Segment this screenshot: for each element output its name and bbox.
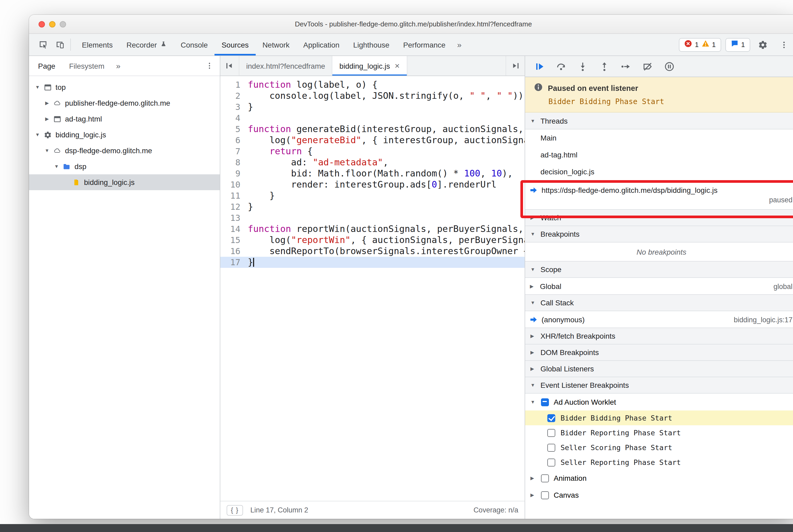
elb-event-bidder-reporting-phase-start[interactable]: Bidder Reporting Phase Start bbox=[525, 425, 793, 440]
tree-item-ad-tag-html[interactable]: ▶ad-tag.html bbox=[29, 111, 220, 127]
code-line[interactable]: 7 return { bbox=[220, 146, 525, 157]
code-line[interactable]: 14function reportWin(auctionSignals, per… bbox=[220, 224, 525, 234]
line-number[interactable]: 14 bbox=[220, 224, 248, 234]
code-line[interactable]: 4 bbox=[220, 113, 525, 124]
line-number[interactable]: 1 bbox=[220, 79, 248, 90]
tree-item-dsp-fledge-demo-glitch-me[interactable]: ▼dsp-fledge-demo.glitch.me bbox=[29, 142, 220, 158]
close-window-button[interactable] bbox=[39, 21, 45, 27]
chevron-down-icon[interactable]: ▼ bbox=[52, 164, 61, 169]
line-number[interactable]: 2 bbox=[220, 90, 248, 101]
code-line[interactable]: 16 sendReportTo(browserSignals.interestG… bbox=[220, 246, 525, 257]
inspect-element-icon[interactable] bbox=[34, 34, 51, 55]
step-icon[interactable] bbox=[620, 60, 632, 72]
line-number[interactable]: 3 bbox=[220, 101, 248, 113]
line-number[interactable]: 15 bbox=[220, 234, 248, 246]
tab-performance[interactable]: Performance bbox=[396, 34, 452, 55]
tree-item-publisher-fledge-demo-glitch-me[interactable]: ▶publisher-fledge-demo.glitch.me bbox=[29, 95, 220, 111]
step-over-icon[interactable] bbox=[555, 60, 567, 72]
line-number[interactable]: 11 bbox=[220, 190, 248, 201]
scope-row-global[interactable]: ▶Globalglobal bbox=[525, 278, 793, 295]
resume-script-icon[interactable] bbox=[534, 60, 545, 72]
pause-on-exceptions-icon[interactable] bbox=[664, 60, 675, 72]
line-number[interactable]: 17 bbox=[220, 257, 248, 268]
tab-network[interactable]: Network bbox=[256, 34, 296, 55]
kebab-menu-icon[interactable] bbox=[776, 40, 792, 50]
chevron-down-icon[interactable]: ▼ bbox=[33, 132, 42, 137]
code-line[interactable]: 5function generateBid(interestGroup, auc… bbox=[220, 124, 525, 135]
code-line[interactable]: 12} bbox=[220, 201, 525, 212]
code-line[interactable]: 17} bbox=[220, 257, 525, 268]
close-tab-icon[interactable]: × bbox=[395, 61, 400, 70]
checkbox-canvas[interactable] bbox=[541, 491, 549, 499]
section-header-dom-breakpoints[interactable]: ▶DOM Breakpoints bbox=[525, 344, 793, 361]
tab-recorder[interactable]: Recorder bbox=[120, 34, 174, 55]
line-number[interactable]: 4 bbox=[220, 113, 248, 124]
chevron-right-icon[interactable]: ▶ bbox=[43, 116, 51, 121]
more-tabs-icon[interactable] bbox=[506, 56, 525, 76]
editor-tab-bidding-logic-js[interactable]: bidding_logic.js× bbox=[333, 56, 407, 76]
line-number[interactable]: 8 bbox=[220, 157, 248, 168]
code-line[interactable]: 10 render: interestGroup.ads[0].renderUr… bbox=[220, 179, 525, 190]
code-line[interactable]: 11 } bbox=[220, 190, 525, 201]
line-number[interactable]: 12 bbox=[220, 201, 248, 212]
zoom-window-button[interactable] bbox=[60, 21, 66, 27]
code-line[interactable]: 13 bbox=[220, 212, 525, 224]
chevron-right-icon[interactable]: ▶ bbox=[43, 100, 51, 106]
chevron-down-icon[interactable]: ▼ bbox=[33, 84, 42, 90]
sidebar-tab-page[interactable]: Page bbox=[31, 56, 62, 76]
line-number[interactable]: 10 bbox=[220, 179, 248, 190]
thread-item-decision-logic-js[interactable]: decision_logic.js bbox=[525, 163, 793, 180]
hide-navigator-icon[interactable] bbox=[220, 56, 239, 76]
tab-application[interactable]: Application bbox=[296, 34, 346, 55]
line-number[interactable]: 13 bbox=[220, 212, 248, 224]
section-header-watch[interactable]: ▶Watch bbox=[525, 209, 793, 226]
tree-item-bidding-logic-js[interactable]: bidding_logic.js bbox=[29, 174, 220, 190]
checkbox-seller-scoring-phase-start[interactable] bbox=[547, 443, 555, 452]
navigator-kebab-menu-icon[interactable] bbox=[201, 61, 218, 70]
code-line[interactable]: 9 bid: Math.floor(Math.random() * 100, 1… bbox=[220, 168, 525, 179]
section-header-breakpoints[interactable]: ▼Breakpoints bbox=[525, 226, 793, 243]
pretty-print-button[interactable]: { } bbox=[227, 505, 243, 515]
line-number[interactable]: 9 bbox=[220, 168, 248, 179]
line-number[interactable]: 7 bbox=[220, 146, 248, 157]
line-number[interactable]: 5 bbox=[220, 124, 248, 135]
tab-console[interactable]: Console bbox=[174, 34, 215, 55]
code-line[interactable]: 8 ad: "ad-metadata", bbox=[220, 157, 525, 168]
section-header-call-stack[interactable]: ▼Call Stack bbox=[525, 294, 793, 311]
thread-item-ad-tag-html[interactable]: ad-tag.html bbox=[525, 146, 793, 163]
elb-event-seller-reporting-phase-start[interactable]: Seller Reporting Phase Start bbox=[525, 455, 793, 470]
code-line[interactable]: 3} bbox=[220, 101, 525, 113]
error-warning-badges[interactable]: 1 1 bbox=[679, 38, 721, 52]
settings-gear-icon[interactable] bbox=[754, 40, 771, 50]
step-out-icon[interactable] bbox=[599, 60, 610, 72]
tree-item-top[interactable]: ▼top bbox=[29, 79, 220, 95]
elb-group-canvas[interactable]: ▶Canvas bbox=[525, 487, 793, 504]
tab-sources[interactable]: Sources bbox=[215, 34, 256, 55]
issues-badge[interactable]: 1 bbox=[725, 38, 750, 52]
checkbox-bidder-bidding-phase-start[interactable] bbox=[547, 414, 555, 422]
chevron-down-icon[interactable]: ▼ bbox=[43, 148, 51, 153]
titlebar[interactable]: DevTools - publisher-fledge-demo.glitch.… bbox=[29, 15, 793, 34]
tab-lighthouse[interactable]: Lighthouse bbox=[346, 34, 396, 55]
more-panels-chevron[interactable]: » bbox=[452, 34, 466, 55]
checkbox-animation[interactable] bbox=[541, 474, 549, 482]
code-line[interactable]: 2 console.log(label, JSON.stringify(o, "… bbox=[220, 90, 525, 101]
thread-item-main[interactable]: Main bbox=[525, 129, 793, 146]
line-number[interactable]: 16 bbox=[220, 246, 248, 257]
checkbox-ad-auction-worklet[interactable] bbox=[541, 398, 549, 406]
code-editor[interactable]: 1function log(label, o) {2 console.log(l… bbox=[220, 76, 525, 501]
code-line[interactable]: 1function log(label, o) { bbox=[220, 79, 525, 90]
step-into-icon[interactable] bbox=[577, 60, 588, 72]
section-header-scope[interactable]: ▼Scope bbox=[525, 261, 793, 278]
elb-group-animation[interactable]: ▶Animation bbox=[525, 470, 793, 487]
elb-group-ad-auction-worklet[interactable]: ▼Ad Auction Worklet bbox=[525, 394, 793, 411]
code-line[interactable]: 15 log("reportWin", { auctionSignals, pe… bbox=[220, 234, 525, 246]
elb-event-seller-scoring-phase-start[interactable]: Seller Scoring Phase Start bbox=[525, 440, 793, 455]
section-header-global-listeners[interactable]: ▶Global Listeners bbox=[525, 360, 793, 377]
code-line[interactable]: 6 log("generateBid", { interestGroup, au… bbox=[220, 135, 525, 146]
section-header-xhr-fetch-breakpoints[interactable]: ▶XHR/fetch Breakpoints bbox=[525, 327, 793, 344]
thread-item-active[interactable]: https://dsp-fledge-demo.glitch.me/dsp/bi… bbox=[525, 180, 793, 210]
deactivate-breakpoints-icon[interactable] bbox=[642, 60, 654, 72]
tree-item-dsp[interactable]: ▼dsp bbox=[29, 158, 220, 174]
section-header-event-listener-breakpoints[interactable]: ▼Event Listener Breakpoints bbox=[525, 377, 793, 394]
